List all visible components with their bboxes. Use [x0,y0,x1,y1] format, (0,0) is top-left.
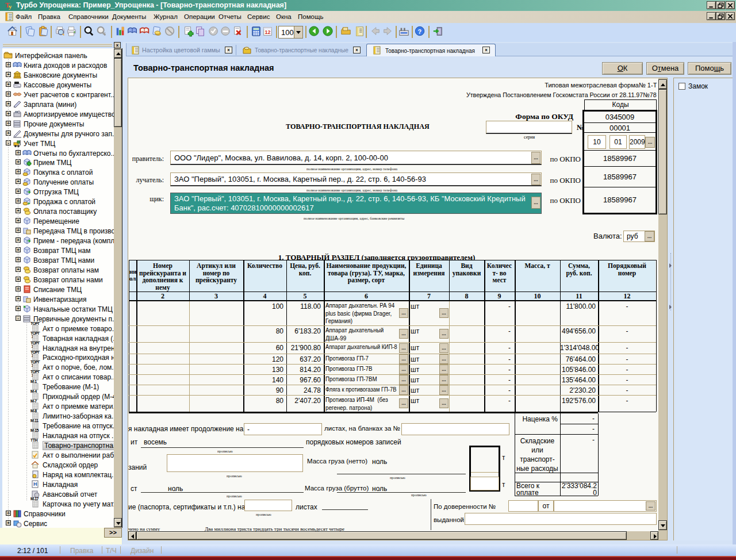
svg-text:?: ? [417,28,421,35]
svg-text:у: у [9,3,12,10]
svg-text:12: 12 [265,29,271,35]
svg-text:H: H [33,481,37,487]
